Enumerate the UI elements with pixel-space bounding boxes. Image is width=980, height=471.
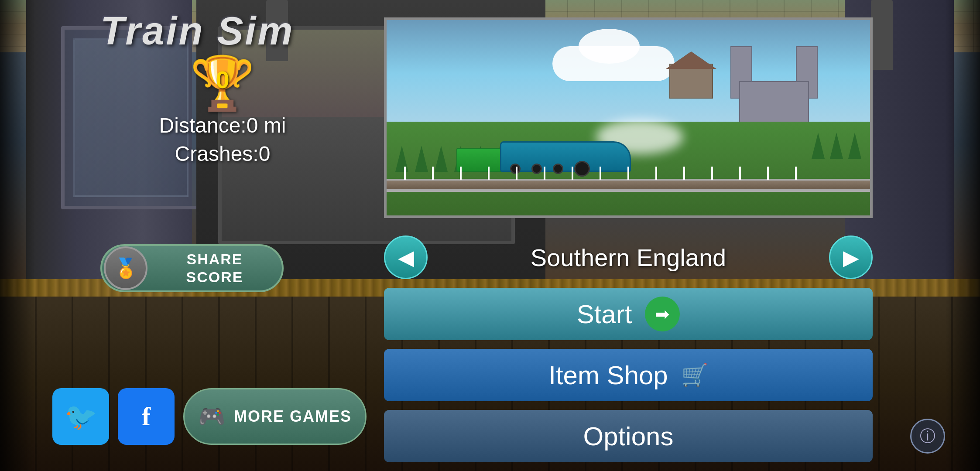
game-preview-image (384, 17, 873, 218)
location-name: Southern England (441, 243, 816, 272)
right-arrow-icon: ▶ (843, 245, 859, 270)
fence-post-15 (795, 167, 797, 180)
right-trees (812, 133, 861, 159)
share-score-label: SHARE SCORE (147, 250, 282, 286)
fence-post-4 (488, 167, 490, 180)
arrow-right-icon: ➡ (655, 304, 670, 324)
fence-post-9 (627, 167, 629, 180)
game-title: Train Sim (100, 9, 294, 54)
prev-location-button[interactable]: ◀ (384, 236, 428, 279)
gamepad-icon: 🎮 (198, 404, 225, 429)
preview-cloud (552, 46, 675, 81)
preview-building-1 (669, 64, 713, 99)
info-icon: ⓘ (920, 426, 935, 447)
fence-post-2 (432, 167, 434, 180)
tree-r1 (812, 133, 825, 159)
options-button[interactable]: Options (384, 410, 873, 462)
distance-stat: Distance:0 mi (100, 113, 345, 137)
start-button-label: Start (577, 299, 632, 329)
info-button[interactable]: ⓘ (910, 419, 945, 454)
stats-area: 🏆 0 Distance:0 mi Crashes:0 (100, 57, 345, 166)
next-location-button[interactable]: ▶ (829, 236, 873, 279)
left-arrow-icon: ◀ (398, 245, 414, 270)
fence-posts (387, 167, 870, 180)
more-games-button[interactable]: 🎮 MORE GAMES (183, 388, 367, 445)
shopping-cart-icon: 🛒 (681, 362, 708, 388)
preview-rail-bottom (387, 189, 870, 192)
score-badge-icon: 🏅 (114, 257, 138, 280)
crashes-stat: Crashes:0 (100, 142, 345, 166)
twitter-button[interactable]: 🐦 (52, 388, 109, 445)
fence-post-11 (683, 167, 685, 180)
start-arrow-icon: ➡ (645, 297, 680, 331)
fence-post-12 (711, 167, 713, 180)
fence-post-14 (767, 167, 769, 180)
right-shadow (945, 0, 980, 471)
social-area: 🐦 f 🎮 MORE GAMES (52, 388, 367, 445)
start-button[interactable]: Start ➡ (384, 288, 873, 340)
location-selector: ◀ Southern England ▶ (384, 236, 873, 279)
left-shadow (0, 0, 35, 471)
share-score-icon: 🏅 (104, 246, 147, 290)
fence-post-3 (460, 167, 462, 180)
fence-post-6 (544, 167, 545, 180)
tree-r3 (848, 133, 861, 159)
share-score-button[interactable]: 🏅 SHARE SCORE (100, 244, 284, 292)
fence-post-7 (572, 167, 573, 180)
fence-post-13 (739, 167, 741, 180)
item-shop-button[interactable]: Item Shop 🛒 (384, 349, 873, 401)
more-games-label: MORE GAMES (234, 407, 352, 426)
item-shop-label: Item Shop (548, 360, 668, 390)
options-label: Options (583, 421, 674, 451)
fence-post-8 (600, 167, 601, 180)
trophy-count: 0 (216, 65, 229, 94)
tree-r2 (830, 133, 843, 159)
preview-rails (387, 181, 870, 189)
facebook-button[interactable]: f (118, 388, 175, 445)
fence-post-10 (655, 167, 657, 180)
chimney-right (871, 0, 893, 70)
fence-post-1 (404, 167, 406, 180)
facebook-icon: f (142, 402, 151, 432)
action-buttons: Start ➡ Item Shop 🛒 Options (384, 288, 873, 462)
twitter-icon: 🐦 (65, 401, 97, 432)
fence-post-5 (516, 167, 517, 180)
